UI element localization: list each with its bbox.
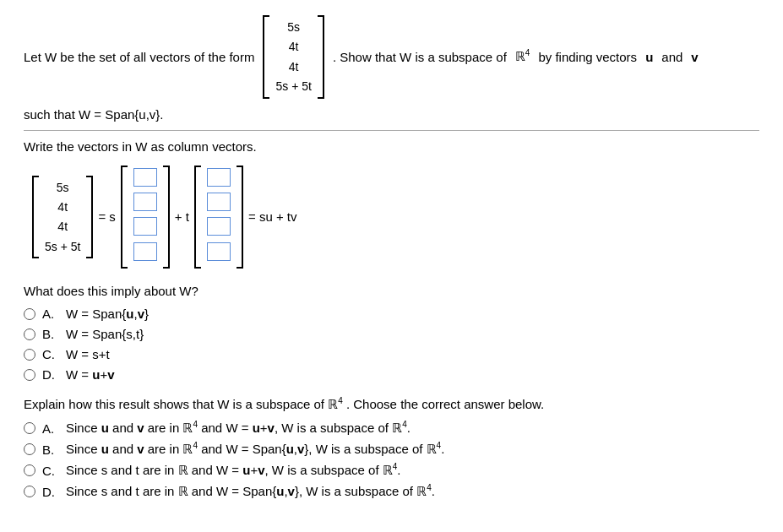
entry-4: 5s + 5t <box>275 77 311 95</box>
content-1b: W = Span{s,t} <box>66 327 144 341</box>
show-text: . Show that W is a subspace of <box>333 50 507 64</box>
lhs-entry-4: 5s + 5t <box>45 237 80 256</box>
radio-1a[interactable] <box>24 308 35 320</box>
letter-1b: B. <box>42 327 59 341</box>
letter-1a: A. <box>42 307 59 321</box>
content-1a: W = Span{u,v} <box>66 307 149 321</box>
u-input-1[interactable] <box>133 168 157 187</box>
option-2b: B. Since u and v are in ℝ4 and W = Span{… <box>24 442 759 457</box>
content-2c: Since s and t are in ℝ and W = u+v, W is… <box>66 463 400 478</box>
plus-t-text: + t <box>175 209 189 224</box>
v-input-1[interactable] <box>207 168 231 187</box>
letter-1c: C. <box>42 347 59 361</box>
main-vector: 5s 4t 4t 5s + 5t <box>263 15 324 99</box>
u-input-4[interactable] <box>133 242 157 261</box>
v-input-2[interactable] <box>207 193 231 211</box>
lhs-entry-2: 4t <box>45 198 80 216</box>
radio-1c[interactable] <box>24 349 35 361</box>
v-input-3[interactable] <box>207 217 231 236</box>
lhs-vector: 5s 4t 4t 5s + 5t <box>32 176 93 259</box>
option-1d: D. W = u+v <box>24 367 759 382</box>
by-text: by finding vectors <box>538 50 637 64</box>
problem-statement: Let W be the set of all vectors of the f… <box>24 15 759 122</box>
option-1c: C. W = s+t <box>24 347 759 361</box>
question1-options: A. W = Span{u,v} B. W = Span{s,t} C. W =… <box>24 307 759 382</box>
letter-1d: D. <box>42 367 59 382</box>
vector-v: v <box>691 50 698 64</box>
option-1b: B. W = Span{s,t} <box>24 327 759 341</box>
explain-instruction: Explain how this result shows that W is … <box>24 397 759 412</box>
u-input-3[interactable] <box>133 217 157 236</box>
v-vector <box>194 166 243 269</box>
u-vector <box>121 166 170 269</box>
main-vector-entries: 5s 4t 4t 5s + 5t <box>271 15 315 99</box>
content-2b: Since u and v are in ℝ4 and W = Span{u,v… <box>66 442 444 457</box>
content-1d: W = u+v <box>66 367 115 382</box>
lhs-entry-1: 5s <box>45 178 80 197</box>
option-1a: A. W = Span{u,v} <box>24 307 759 321</box>
lhs-entries: 5s 4t 4t 5s + 5t <box>41 176 84 259</box>
lhs-entry-3: 4t <box>45 217 80 236</box>
and-text: and <box>661 50 682 64</box>
option-2a: A. Since u and v are in ℝ4 and W = u+v, … <box>24 421 759 436</box>
letter-2b: B. <box>42 442 59 457</box>
content-2d: Since s and t are in ℝ and W = Span{u,v}… <box>66 484 435 499</box>
question1-label: What does this imply about W? <box>24 284 759 298</box>
radio-2b[interactable] <box>24 443 35 455</box>
content-1c: W = s+t <box>66 347 110 361</box>
explain-R4: 4 <box>338 396 343 405</box>
content-2a: Since u and v are in ℝ4 and W = u+v, W i… <box>66 421 411 436</box>
letter-2a: A. <box>42 421 59 436</box>
intro-text: Let W be the set of all vectors of the f… <box>24 50 254 64</box>
explain-options: A. Since u and v are in ℝ4 and W = u+v, … <box>24 421 759 499</box>
such-text: such that W = Span{u,v}. <box>24 107 164 122</box>
v-entries <box>203 166 235 269</box>
entry-1: 5s <box>275 18 311 36</box>
entry-3: 4t <box>275 57 311 76</box>
option-2c: C. Since s and t are in ℝ and W = u+v, W… <box>24 463 759 478</box>
option-2d: D. Since s and t are in ℝ and W = Span{u… <box>24 484 759 499</box>
v-input-4[interactable] <box>207 242 231 261</box>
letter-2d: D. <box>42 485 59 499</box>
R4-symbol: ℝ4 <box>515 49 530 64</box>
section-divider <box>24 130 759 131</box>
equals-s-text: = s <box>98 209 115 224</box>
radio-2d[interactable] <box>24 486 35 497</box>
letter-2c: C. <box>42 464 59 478</box>
entry-2: 4t <box>275 37 311 56</box>
explain-start: Explain how this result shows that W is … <box>24 397 324 411</box>
write-instruction: Write the vectors in W as column vectors… <box>24 139 759 154</box>
u-input-2[interactable] <box>133 193 157 211</box>
radio-1b[interactable] <box>24 328 35 340</box>
radio-1d[interactable] <box>24 369 35 381</box>
explain-end: . Choose the correct answer below. <box>346 397 544 411</box>
equals-su-tv-text: = su + tv <box>248 209 297 224</box>
radio-2a[interactable] <box>24 422 35 434</box>
vector-u: u <box>645 50 653 64</box>
u-entries <box>129 166 161 269</box>
radio-2c[interactable] <box>24 464 35 476</box>
vector-equation: 5s 4t 4t 5s + 5t = s + t = su + tv <box>32 166 759 269</box>
